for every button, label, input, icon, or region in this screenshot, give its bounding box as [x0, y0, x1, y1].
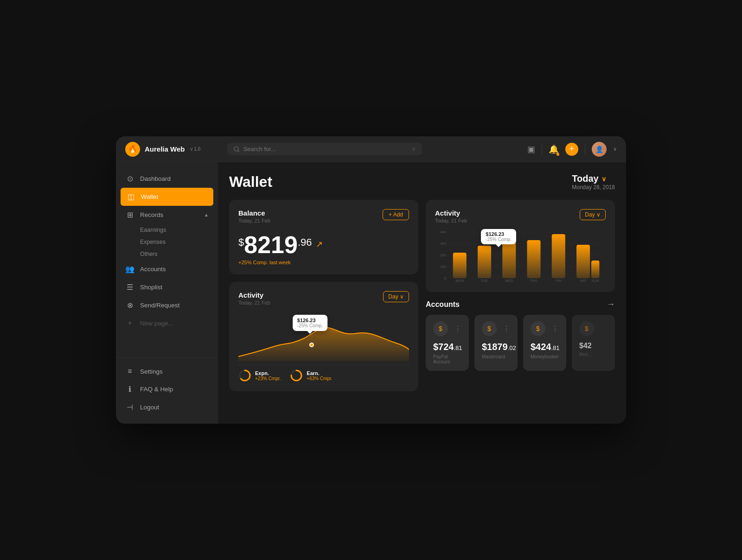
page-title: Wallet: [229, 173, 272, 191]
svg-line-1: [238, 150, 239, 152]
account-mc-name: Mastercard: [482, 354, 510, 359]
accounts-arrow-icon[interactable]: →: [607, 299, 615, 309]
account-partial-icon: $: [579, 321, 594, 336]
account-paypal-icon: $: [433, 321, 448, 336]
balance-sub: Today, 21 Feb: [238, 218, 270, 223]
sendrequest-icon: ⊗: [125, 301, 134, 310]
stat-earn-sub: +63% Cmpr.: [307, 376, 332, 381]
account-paypal-main: $724: [433, 342, 454, 352]
sidebar-item-faq[interactable]: ℹ FAQ & Help: [116, 380, 218, 398]
wallet-icon: ◫: [126, 192, 135, 201]
svg-rect-17: [478, 246, 491, 278]
svg-text:MON: MON: [455, 279, 464, 283]
balance-growth: +25% Comp. last week: [238, 260, 409, 265]
svg-text:FRI: FRI: [556, 279, 561, 283]
account-mb-icon: $: [531, 321, 545, 336]
avatar[interactable]: 👤: [592, 142, 607, 157]
account-mb-menu[interactable]: ⋮: [551, 325, 559, 333]
sidebar-item-shoplist[interactable]: ☰ Shoplist: [116, 278, 218, 296]
submenu-earnings[interactable]: Eaarnings: [140, 224, 218, 236]
submenu-expenses[interactable]: Expenses: [140, 236, 218, 248]
date-selector[interactable]: Today ∨ Monday 28, 2018: [572, 173, 615, 191]
line-chart-area: $126.23 -25% Comp.: [238, 310, 409, 361]
add-button[interactable]: +: [565, 143, 578, 156]
sidebar-item-settings[interactable]: ≡ Settings: [116, 363, 218, 380]
accounts-list: $ ⋮ $724.81 PayPal Account $: [426, 315, 615, 371]
sidebar-item-newpage[interactable]: + New page...: [116, 314, 218, 332]
balance-add-button[interactable]: + Add: [383, 209, 409, 220]
app-name: Aurelia Web: [145, 145, 185, 153]
account-paypal-menu[interactable]: ⋮: [454, 325, 461, 333]
account-card-moneybooker: $ ⋮ $424.81 Moneybooker: [523, 315, 566, 371]
window-icon[interactable]: ▣: [527, 144, 535, 154]
chart-dot: [309, 343, 314, 347]
tooltip-amount: $126.23: [297, 318, 323, 323]
stat-expense-label: Expn.: [255, 370, 281, 376]
app-container: 🔥 Aurelia Web v 1.0 ∨ ▣ 🔔 + 👤 ∨: [116, 136, 626, 424]
activity-large-header: Activity Today, 21 Feb Day ∨: [435, 209, 606, 223]
sidebar-item-wallet[interactable]: ◫ Wallet: [121, 188, 213, 206]
account-mb-cents: .81: [551, 344, 560, 351]
submenu-others[interactable]: Others: [140, 248, 218, 260]
sidebar-label-dashboard: Dashboard: [140, 175, 171, 182]
balance-title-group: Balance Today, 21 Feb: [238, 209, 270, 223]
account-mc-main: $1879: [482, 342, 508, 352]
tooltip-sub: -25% Comp.: [297, 323, 323, 328]
date-today: Today ∨: [572, 173, 615, 184]
sidebar-label-newpage: New page...: [140, 320, 173, 327]
balance-amount: $ 8219 .96 ↗: [238, 233, 409, 257]
activity-large-day-selector[interactable]: Day ∨: [580, 209, 606, 220]
activity-small-day-selector[interactable]: Day ∨: [383, 291, 409, 302]
sidebar-item-logout[interactable]: ⊣ Logout: [116, 398, 218, 416]
account-partial-name: Mon...: [579, 352, 608, 357]
sidebar-label-sendrequest: Send/Request: [140, 302, 180, 309]
header-actions: ▣ 🔔 + 👤 ∨: [527, 142, 617, 157]
svg-text:400: 400: [440, 230, 447, 234]
logo-area: 🔥 Aurelia Web v 1.0: [125, 142, 227, 157]
shoplist-icon: ☰: [125, 283, 134, 292]
account-mb-amount: $424.81: [531, 342, 559, 352]
logout-icon: ⊣: [125, 403, 134, 412]
bar-tooltip-arrow: [496, 244, 501, 247]
sidebar-item-records[interactable]: ⊞ Records ▲: [116, 206, 218, 224]
date-sub: Monday 28, 2018: [572, 184, 615, 191]
svg-text:200: 200: [440, 253, 447, 257]
page-header: Wallet Today ∨ Monday 28, 2018: [229, 173, 615, 191]
svg-rect-21: [576, 245, 590, 278]
account-mc-menu[interactable]: ⋮: [503, 325, 510, 333]
bar-tooltip-amount: $126.23: [486, 231, 512, 237]
account-mb-name: Moneybooker: [531, 354, 559, 359]
dashboard-icon: ⊙: [125, 174, 134, 183]
search-input[interactable]: [243, 146, 408, 153]
account-card-header: $ ⋮: [433, 321, 461, 336]
notification-icon[interactable]: 🔔: [549, 144, 559, 154]
svg-text:0: 0: [444, 276, 447, 280]
balance-arrow: ↗: [316, 239, 323, 249]
divider2: [585, 144, 585, 155]
stat-earn-text: Earn. +63% Cmpr.: [307, 370, 332, 381]
sidebar-submenu-records: Eaarnings Expenses Others: [116, 224, 218, 260]
balance-title: Balance: [238, 209, 270, 217]
sidebar-label-settings: Settings: [140, 368, 163, 375]
left-column: Balance Today, 21 Feb + Add $ 8219 .96 ↗…: [229, 200, 418, 391]
activity-small-sub: Today, 21 Feb: [238, 300, 270, 305]
sidebar-label-faq: FAQ & Help: [140, 386, 173, 393]
account-mc-cents: .02: [508, 344, 516, 351]
sidebar-item-sendrequest[interactable]: ⊗ Send/Request: [116, 296, 218, 314]
right-column: Activity Today, 21 Feb Day ∨ $126.23 -25…: [426, 200, 615, 391]
activity-small-header: Activity Today, 21 Feb Day ∨: [238, 291, 409, 305]
sidebar-item-dashboard[interactable]: ⊙ Dashboard: [116, 170, 218, 188]
account-paypal-cents: .81: [454, 344, 462, 351]
activity-large-title-group: Activity Today, 21 Feb: [435, 209, 467, 223]
account-card-paypal: $ ⋮ $724.81 PayPal Account: [426, 315, 469, 371]
search-bar[interactable]: ∨: [227, 143, 422, 155]
line-chart-tooltip: $126.23 -25% Comp.: [293, 315, 328, 331]
search-chevron: ∨: [412, 146, 416, 152]
balance-dollar: $: [238, 236, 244, 248]
balance-card: Balance Today, 21 Feb + Add $ 8219 .96 ↗…: [229, 200, 418, 274]
avatar-chevron[interactable]: ∨: [613, 146, 617, 152]
sidebar-item-accounts[interactable]: 👥 Accounts: [116, 260, 218, 278]
account-partial-amount: $42: [579, 342, 608, 350]
account-paypal-amount: $724.81: [433, 342, 461, 352]
expense-ring-icon: [238, 369, 251, 382]
